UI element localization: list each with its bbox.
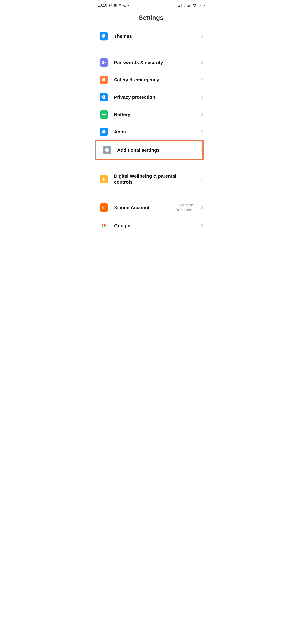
svg-point-12 bbox=[103, 96, 104, 98]
chevron-right-icon bbox=[200, 61, 203, 64]
svg-point-9 bbox=[103, 62, 105, 64]
settings-item-battery[interactable]: Battery bbox=[96, 106, 206, 123]
svg-point-19 bbox=[107, 150, 108, 150]
svg-rect-6 bbox=[102, 34, 105, 37]
battery-status-icon: 21 bbox=[198, 4, 204, 7]
svg-rect-7 bbox=[103, 37, 104, 38]
svg-marker-4 bbox=[119, 5, 122, 6]
highlight-annotation: Additional settings bbox=[95, 140, 204, 160]
chevron-right-icon bbox=[200, 35, 203, 38]
chevron-right-icon bbox=[200, 130, 203, 134]
svg-rect-13 bbox=[102, 114, 105, 115]
network-type: 4G↓↑ bbox=[183, 4, 186, 7]
themes-icon bbox=[100, 32, 108, 40]
item-label: Xiaomi Account bbox=[114, 204, 159, 210]
mi-logo-icon: MI bbox=[100, 203, 108, 212]
svg-point-17 bbox=[106, 150, 107, 150]
item-value: Mojtaba Bolhasani bbox=[165, 203, 193, 212]
divider bbox=[100, 164, 202, 164]
wellbeing-icon bbox=[100, 175, 108, 183]
svg-rect-14 bbox=[105, 114, 106, 115]
item-label: Digital Wellbeing & parental controls bbox=[114, 173, 194, 185]
item-label: Battery bbox=[114, 112, 194, 118]
svg-rect-2 bbox=[115, 4, 115, 5]
settings-list: Themes Passwords & security Safety & eme… bbox=[93, 28, 209, 237]
svg-rect-1 bbox=[114, 4, 117, 6]
svg-rect-11 bbox=[102, 80, 105, 81]
chevron-right-icon bbox=[200, 206, 203, 209]
page-title: Settings bbox=[93, 14, 209, 21]
svg-point-5 bbox=[124, 4, 126, 7]
status-left: 10:16 bbox=[98, 3, 129, 8]
divider bbox=[100, 49, 202, 50]
more-icon bbox=[103, 146, 111, 154]
signal-icon-2 bbox=[187, 4, 191, 7]
settings-item-wellbeing[interactable]: Digital Wellbeing & parental controls bbox=[96, 169, 206, 189]
settings-item-privacy[interactable]: Privacy protection bbox=[96, 88, 206, 106]
chevron-right-icon bbox=[200, 178, 203, 181]
dot-icon bbox=[128, 5, 129, 6]
svg-text:MI: MI bbox=[102, 206, 105, 209]
chevron-right-icon bbox=[200, 96, 203, 99]
status-bar: 10:16 4G↓↑ 21 bbox=[93, 0, 209, 10]
settings-item-google[interactable]: Google bbox=[96, 217, 206, 234]
divider bbox=[100, 194, 202, 194]
settings-item-passwords[interactable]: Passwords & security bbox=[96, 54, 206, 71]
mute-icon bbox=[109, 4, 112, 7]
svg-point-10 bbox=[104, 62, 104, 63]
mention-icon bbox=[123, 4, 127, 7]
item-label: Google bbox=[114, 223, 194, 229]
item-label: Safety & emergency bbox=[114, 77, 194, 83]
settings-item-themes[interactable]: Themes bbox=[96, 28, 206, 45]
fingerprint-icon bbox=[100, 58, 108, 67]
svg-point-18 bbox=[107, 150, 107, 150]
battery-icon bbox=[100, 110, 108, 119]
status-right: 4G↓↑ 21 bbox=[178, 4, 204, 7]
layers-icon bbox=[119, 4, 122, 7]
square-icon bbox=[114, 4, 117, 7]
settings-item-xiaomi-account[interactable]: MI Xiaomi Account Mojtaba Bolhasani bbox=[96, 198, 206, 217]
item-label: Additional settings bbox=[117, 147, 202, 153]
item-label: Passwords & security bbox=[114, 60, 194, 66]
chevron-right-icon bbox=[200, 113, 203, 116]
item-label: Privacy protection bbox=[114, 94, 194, 100]
title-row: Settings bbox=[93, 10, 209, 28]
item-label: Apps bbox=[114, 129, 194, 135]
emergency-icon bbox=[100, 76, 108, 84]
wifi-icon bbox=[193, 4, 196, 7]
settings-item-safety[interactable]: Safety & emergency bbox=[96, 71, 206, 88]
settings-item-additional[interactable]: Additional settings bbox=[100, 142, 202, 159]
settings-item-partial[interactable] bbox=[96, 234, 206, 237]
svg-point-20 bbox=[103, 178, 104, 179]
gear-icon bbox=[100, 128, 108, 136]
chevron-right-icon bbox=[200, 78, 203, 82]
item-label: Themes bbox=[114, 33, 194, 39]
settings-item-apps[interactable]: Apps bbox=[96, 123, 206, 140]
google-icon bbox=[100, 221, 108, 230]
shield-icon bbox=[100, 93, 108, 102]
signal-icon-1 bbox=[178, 4, 182, 7]
chevron-right-icon bbox=[200, 224, 203, 227]
status-time: 10:16 bbox=[98, 3, 107, 8]
